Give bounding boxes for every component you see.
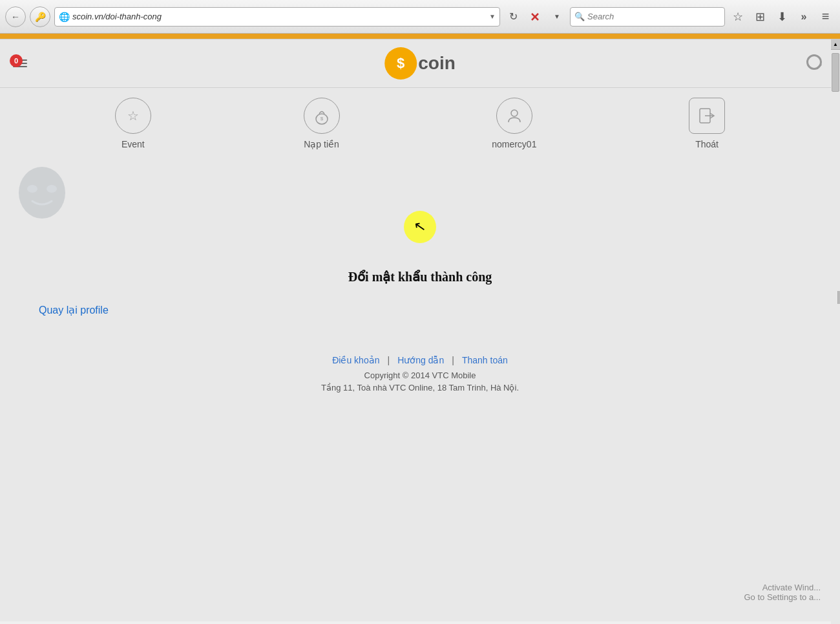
- separator-1: |: [387, 355, 390, 365]
- url-text: scoin.vn/doi-thanh-cong: [72, 12, 487, 21]
- svg-point-9: [47, 185, 57, 193]
- profile-icon-circle: [496, 98, 532, 134]
- footer-link-dieu-khoan[interactable]: Điều khoản: [332, 355, 379, 365]
- footer-address: Tầng 11, Toà nhà VTC Online, 18 Tam Trin…: [13, 383, 827, 393]
- notification-badge: 0: [10, 54, 23, 67]
- scrollbar[interactable]: ▲ ▼: [831, 39, 840, 624]
- logo-symbol: $: [397, 55, 404, 72]
- footer-link-huong-dan[interactable]: Hướng dẫn: [397, 355, 444, 365]
- cursor-indicator: ↖: [404, 211, 436, 243]
- activate-line-2: Go to Settings to a...: [744, 592, 821, 602]
- svg-point-7: [19, 167, 65, 219]
- download-button[interactable]: ⬇: [773, 8, 791, 26]
- activate-watermark: Activate Wind... Go to Settings to a...: [744, 583, 821, 602]
- scrollbar-up-button[interactable]: ▲: [831, 39, 840, 50]
- profile-username-label: nomercy01: [492, 139, 536, 149]
- nav-item-event[interactable]: ☆ Event: [115, 98, 151, 149]
- scrollbar-track: [831, 50, 840, 624]
- footer-copyright: Copyright © 2014 VTC Mobile: [13, 371, 827, 380]
- footer-links: Điều khoản | Hướng dẫn | Thanh toán: [13, 355, 827, 365]
- nap-tien-icon-circle: $: [304, 98, 340, 134]
- user-icon: [506, 107, 523, 124]
- scrollbar-resize-grip[interactable]: [837, 291, 840, 304]
- search-magnifier-icon: [806, 54, 824, 72]
- mask-svg-icon: [13, 166, 71, 224]
- nav-item-thoat[interactable]: Thoát: [689, 98, 725, 149]
- stop-dropdown-button[interactable]: ▼: [548, 8, 566, 26]
- dropdown-arrow[interactable]: ▼: [489, 13, 496, 20]
- logo-text: coin: [418, 53, 456, 74]
- header-left: 0: [13, 59, 27, 67]
- stop-button[interactable]: [526, 8, 544, 26]
- main-area: ↖ Đổi mật khẩu thành công Quay lại profi…: [0, 159, 840, 418]
- event-icon: ☆: [127, 108, 139, 124]
- globe-icon: 🌐: [59, 12, 70, 22]
- event-label: Event: [121, 139, 145, 149]
- reload-button[interactable]: ↻: [504, 8, 522, 26]
- avatar-mask: [13, 166, 71, 226]
- cursor-arrow-icon: ↖: [413, 218, 427, 237]
- search-input[interactable]: [587, 12, 704, 21]
- svg-point-8: [27, 185, 37, 193]
- header-search-button[interactable]: [804, 52, 827, 75]
- bookmark-star-button[interactable]: ☆: [729, 8, 747, 26]
- svg-text:$: $: [320, 116, 323, 122]
- tab-bar: [0, 34, 840, 39]
- browser-chrome: ← 🔑 🌐 scoin.vn/doi-thanh-cong ▼ ↻ ▼ 🔍 ☆ …: [0, 0, 840, 39]
- browser-toolbar: ← 🔑 🌐 scoin.vn/doi-thanh-cong ▼ ↻ ▼ 🔍 ☆ …: [0, 0, 840, 34]
- site-header: 0 $ coin: [0, 39, 840, 88]
- activate-line-1: Activate Wind...: [744, 583, 821, 592]
- back-to-profile-link[interactable]: Quay lại profile: [32, 304, 840, 316]
- lock-icon-button[interactable]: 🔑: [30, 6, 50, 27]
- search-icon: 🔍: [574, 12, 585, 21]
- address-bar[interactable]: 🌐 scoin.vn/doi-thanh-cong ▼: [54, 7, 500, 27]
- success-message: Đổi mật khẩu thành công: [348, 269, 492, 285]
- back-button[interactable]: ←: [5, 6, 26, 27]
- separator-2: |: [452, 355, 454, 365]
- site-logo[interactable]: $ coin: [384, 47, 456, 80]
- hamburger-menu-button[interactable]: 0: [13, 59, 27, 67]
- svg-point-4: [511, 110, 518, 116]
- logo-circle: $: [384, 47, 417, 80]
- search-bar[interactable]: 🔍: [570, 7, 725, 27]
- event-icon-circle: ☆: [115, 98, 151, 134]
- logout-icon: [698, 107, 715, 124]
- nav-item-nap-tien[interactable]: $ Nạp tiền: [304, 98, 340, 149]
- browser-menu-button[interactable]: ≡: [817, 8, 835, 26]
- thoat-label: Thoát: [695, 139, 719, 149]
- page-content: 0 $ coin ☆ Event: [0, 39, 840, 621]
- footer: Điều khoản | Hướng dẫn | Thanh toán Copy…: [13, 355, 827, 393]
- footer-link-thanh-toan[interactable]: Thanh toán: [462, 355, 508, 365]
- nav-item-profile[interactable]: nomercy01: [492, 98, 536, 149]
- nap-tien-label: Nạp tiền: [304, 139, 339, 149]
- header-right: [804, 52, 827, 75]
- thoat-icon-circle: [689, 98, 725, 134]
- more-tools-button[interactable]: »: [795, 8, 813, 26]
- money-bag-icon: $: [313, 107, 331, 125]
- nav-icons-row: ☆ Event $ Nạp tiền nomercy0: [0, 88, 840, 159]
- scrollbar-thumb[interactable]: [832, 53, 839, 92]
- grid-icon-button[interactable]: ⊞: [751, 8, 769, 26]
